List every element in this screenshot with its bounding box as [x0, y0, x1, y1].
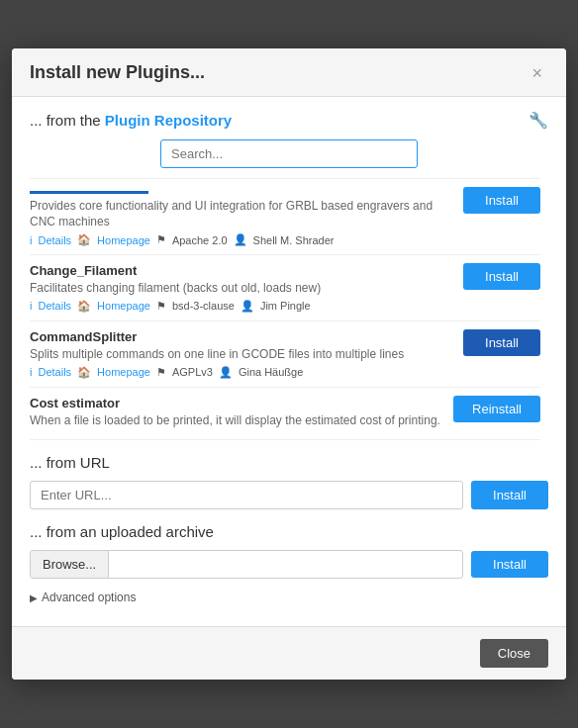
repo-section-header: ... from the Plugin Repository 🔧: [30, 111, 548, 130]
plugin-list: Provides core functionality and UI integ…: [30, 178, 540, 441]
info-icon: i: [30, 234, 32, 246]
modal-body: ... from the Plugin Repository 🔧 Provide…: [12, 97, 566, 627]
plugin-name-2: CommandSplitter: [30, 329, 453, 344]
repo-section-label: ... from the Plugin Repository: [30, 112, 232, 129]
modal-footer: Close: [12, 626, 566, 680]
license-0: Apache 2.0: [172, 234, 228, 246]
plugin-meta-2: i Details 🏠 Homepage ⚑ AGPLv3 👤 Gina Häu…: [30, 366, 453, 379]
plugin-name-1: Change_Filament: [30, 263, 453, 278]
plugin-desc-2: Splits multiple commands on one line in …: [30, 346, 453, 363]
close-button[interactable]: Close: [480, 639, 548, 668]
plugin-info-3: Cost estimator When a file is loaded to …: [30, 396, 443, 432]
details-link-2[interactable]: Details: [38, 366, 71, 378]
url-section-label: ... from URL: [30, 454, 548, 471]
table-row: Provides core functionality and UI integ…: [30, 179, 540, 256]
author-1: Jim Pingle: [260, 300, 311, 312]
table-row: Cost estimator When a file is loaded to …: [30, 388, 540, 441]
search-input[interactable]: [160, 139, 418, 168]
plugin-repository-link[interactable]: Plugin Repository: [105, 112, 232, 129]
archive-row: Browse... Install: [30, 550, 548, 579]
license-2: AGPLv3: [172, 366, 213, 378]
person-icon-2: 👤: [219, 366, 233, 379]
plugin-desc-1: Facilitates changing filament (backs out…: [30, 280, 453, 297]
advanced-options-label: Advanced options: [42, 591, 136, 604]
modal-close-button[interactable]: ×: [526, 62, 548, 84]
plugin-list-scroll[interactable]: Provides core functionality and UI integ…: [30, 178, 548, 441]
license-icon-2: ⚑: [156, 366, 166, 379]
plugin-meta-1: i Details 🏠 Homepage ⚑ bsd-3-clause 👤 Ji…: [30, 300, 453, 313]
details-link-0[interactable]: Details: [38, 234, 71, 246]
chevron-right-icon: ▶: [30, 592, 38, 603]
url-input[interactable]: [30, 481, 463, 509]
modal-header: Install new Plugins... ×: [12, 48, 566, 97]
browse-area: Browse...: [30, 550, 463, 579]
loading-bar: [30, 191, 148, 194]
person-icon-1: 👤: [241, 300, 254, 313]
plugin-name-3: Cost estimator: [30, 396, 443, 410]
license-icon-1: ⚑: [156, 300, 166, 313]
plugin-info-2: CommandSplitter Splits multiple commands…: [30, 329, 453, 379]
plugin-info: Provides core functionality and UI integ…: [30, 187, 453, 247]
install-plugins-modal: Install new Plugins... × ... from the Pl…: [12, 48, 566, 681]
install-button-0[interactable]: Install: [463, 187, 540, 214]
info-icon-2: i: [30, 366, 32, 378]
install-button-2[interactable]: Install: [463, 329, 540, 356]
person-icon-0: 👤: [234, 233, 247, 246]
table-row: Change_Filament Facilitates changing fil…: [30, 255, 540, 321]
author-0: Shell M. Shrader: [253, 234, 335, 246]
url-row: Install: [30, 481, 548, 509]
wrench-icon[interactable]: 🔧: [529, 111, 548, 130]
home-icon-1: 🏠: [77, 300, 91, 313]
plugin-info-1: Change_Filament Facilitates changing fil…: [30, 263, 453, 313]
info-icon-1: i: [30, 300, 32, 312]
home-icon-0: 🏠: [77, 233, 91, 246]
plugin-desc-3: When a file is loaded to be printed, it …: [30, 412, 443, 429]
homepage-link-1[interactable]: Homepage: [97, 300, 150, 312]
browse-filename: [109, 559, 462, 571]
author-2: Gina Häußge: [239, 366, 303, 378]
install-button-1[interactable]: Install: [463, 263, 540, 290]
search-container: [30, 139, 548, 168]
details-link-1[interactable]: Details: [38, 300, 71, 312]
plugin-desc: Provides core functionality and UI integ…: [30, 198, 453, 231]
advanced-options-toggle[interactable]: ▶ Advanced options: [30, 591, 548, 604]
license-1: bsd-3-clause: [172, 300, 235, 312]
reinstall-button-3[interactable]: Reinstall: [453, 396, 540, 422]
license-icon-0: ⚑: [156, 233, 166, 246]
browse-button[interactable]: Browse...: [31, 551, 109, 578]
homepage-link-2[interactable]: Homepage: [97, 366, 150, 378]
table-row: CommandSplitter Splits multiple commands…: [30, 321, 540, 388]
modal-title: Install new Plugins...: [30, 62, 205, 83]
homepage-link-0[interactable]: Homepage: [97, 234, 150, 246]
archive-install-button[interactable]: Install: [471, 551, 548, 578]
plugin-meta: i Details 🏠 Homepage ⚑ Apache 2.0 👤 Shel…: [30, 233, 453, 246]
url-install-button[interactable]: Install: [471, 481, 548, 509]
archive-section-label: ... from an uploaded archive: [30, 523, 548, 540]
home-icon-2: 🏠: [77, 366, 91, 379]
